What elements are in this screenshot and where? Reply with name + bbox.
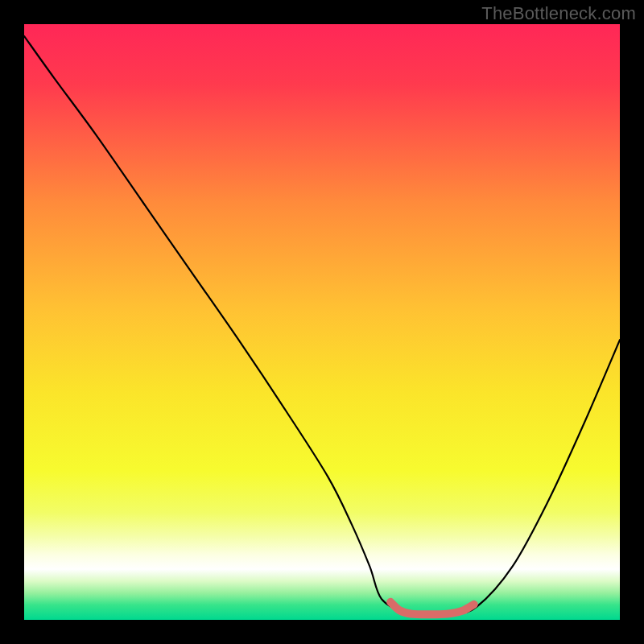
plot-area <box>24 24 620 620</box>
gradient-background <box>24 24 620 620</box>
bottleneck-chart <box>24 24 620 620</box>
chart-frame: TheBottleneck.com <box>0 0 644 644</box>
watermark-text: TheBottleneck.com <box>481 3 636 24</box>
